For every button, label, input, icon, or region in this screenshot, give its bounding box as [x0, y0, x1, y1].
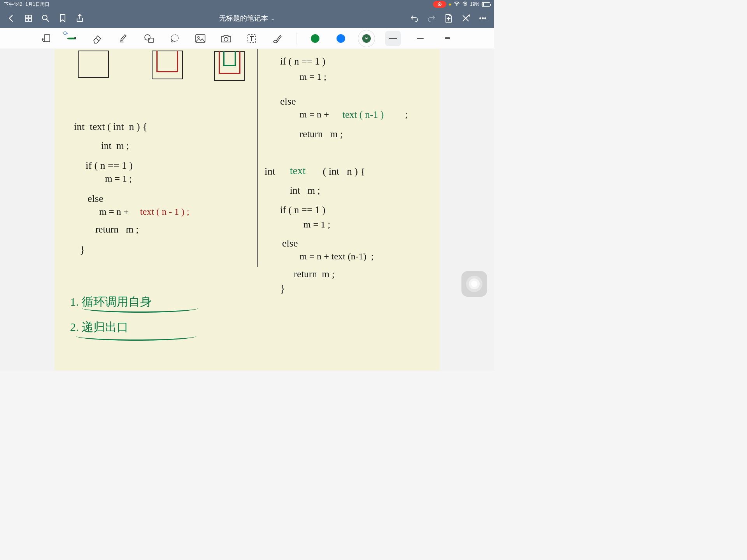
pen-tool[interactable]: ⧃ — [65, 32, 79, 46]
svg-rect-6 — [29, 19, 32, 21]
redo-button[interactable] — [427, 14, 436, 23]
battery-icon — [482, 2, 490, 7]
svg-rect-16 — [196, 35, 205, 42]
svg-point-20 — [274, 40, 277, 43]
handwriting-text: m = 1 ; — [105, 173, 132, 184]
svg-rect-3 — [25, 15, 28, 18]
handwriting-text: if ( n == 1 ) — [280, 205, 325, 215]
svg-point-10 — [485, 18, 486, 19]
handwriting-text: else — [280, 96, 296, 107]
drawn-rectangle — [78, 51, 109, 78]
svg-point-18 — [224, 37, 228, 41]
lasso-tool[interactable] — [168, 32, 182, 46]
handwriting-text: ( int n ) { — [315, 166, 365, 177]
handwriting-text: text ( n - 1 ) ; — [140, 206, 189, 217]
handwriting-text: text ( n-1 ) — [342, 109, 384, 120]
location-dot-icon: ● — [449, 2, 451, 7]
share-button[interactable] — [75, 14, 84, 23]
close-draw-button[interactable] — [461, 14, 470, 23]
notebook-title[interactable]: 无标题的笔记本 ⌄ — [219, 14, 275, 23]
svg-point-15 — [172, 40, 173, 42]
svg-point-8 — [480, 18, 481, 19]
drawn-rectangle-red — [156, 51, 178, 72]
handwriting-text: int m ; — [290, 185, 320, 196]
handwriting-text: m = n + text (n-1) ; — [300, 251, 374, 262]
status-date: 1月1日周日 — [25, 1, 49, 8]
back-button[interactable] — [7, 14, 16, 23]
bookmark-button[interactable] — [58, 14, 67, 23]
note-page[interactable]: int text ( int n ) { int m ; if ( n == 1… — [54, 49, 440, 371]
handwriting-text: text — [290, 165, 306, 177]
drawing-toolbar: ⧃ — [0, 28, 494, 49]
handwriting-text: else — [282, 238, 298, 249]
svg-point-17 — [198, 37, 199, 38]
handwriting-text: } — [280, 282, 285, 295]
svg-point-2 — [456, 5, 457, 6]
underline — [82, 307, 198, 313]
handwriting-text: m = 1 ; — [300, 72, 326, 82]
svg-point-1 — [439, 4, 440, 5]
handwriting-text: if ( n == 1 ) — [86, 160, 133, 172]
color-picker-dropdown[interactable] — [359, 32, 374, 46]
handwriting-note: 2. 递归出口 — [70, 319, 128, 335]
svg-point-7 — [42, 15, 47, 20]
screen-record-indicator[interactable] — [433, 1, 446, 8]
status-time: 下午4:42 — [4, 1, 22, 8]
handwriting-text: return m ; — [95, 224, 139, 235]
title-dropdown-icon: ⌄ — [270, 15, 275, 21]
handwriting-text: m = n + — [300, 109, 331, 120]
svg-rect-13 — [149, 38, 153, 42]
battery-pct: 19% — [470, 2, 479, 7]
eraser-tool[interactable] — [91, 32, 105, 46]
search-button[interactable] — [41, 14, 50, 23]
drawn-vertical-line — [257, 49, 258, 267]
assistive-touch-button[interactable] — [461, 271, 487, 297]
drawn-rectangle-green — [223, 51, 236, 66]
svg-rect-4 — [29, 15, 32, 18]
toolbar-separator — [296, 33, 296, 44]
stroke-thin[interactable] — [385, 31, 401, 46]
undo-button[interactable] — [410, 14, 419, 23]
color-green[interactable] — [308, 32, 322, 46]
svg-rect-11 — [44, 35, 50, 42]
color-blue[interactable] — [334, 32, 348, 46]
stroke-medium[interactable] — [412, 31, 428, 46]
handwriting-text: if ( n == 1 ) — [280, 56, 325, 67]
canvas-area[interactable]: int text ( int n ) { int m ; if ( n == 1… — [0, 49, 494, 371]
svg-rect-5 — [25, 19, 28, 21]
underline — [76, 335, 196, 341]
handwriting-text: int — [265, 166, 280, 177]
handwriting-text: } — [80, 243, 85, 256]
svg-point-9 — [482, 18, 483, 19]
wifi-icon — [454, 2, 460, 7]
laser-pointer-tool[interactable] — [270, 32, 284, 46]
text-tool[interactable] — [245, 32, 259, 46]
stroke-thick[interactable] — [440, 31, 455, 46]
camera-tool[interactable] — [219, 32, 233, 46]
handwriting-text: int m ; — [101, 140, 129, 151]
highlighter-tool[interactable] — [116, 32, 130, 46]
notebook-title-text: 无标题的笔记本 — [219, 14, 268, 23]
handwriting-text: int text ( int n ) { — [74, 121, 147, 133]
orientation-lock-icon — [462, 1, 468, 8]
add-page-button[interactable] — [444, 14, 453, 23]
handwriting-text: m = n + — [99, 206, 131, 217]
more-button[interactable] — [479, 14, 487, 23]
shape-tool[interactable] — [142, 32, 156, 46]
nav-bar: 无标题的笔记本 ⌄ — [0, 9, 494, 28]
doc-convert-tool[interactable] — [39, 32, 53, 46]
grid-view-button[interactable] — [24, 14, 33, 23]
handwriting-text: return m ; — [294, 269, 335, 280]
status-bar: 下午4:42 1月1日周日 ● 19% — [0, 0, 494, 9]
handwriting-text: return m ; — [300, 129, 343, 140]
handwriting-text: ; — [403, 109, 408, 120]
handwriting-text: m = 1 ; — [303, 219, 330, 230]
handwriting-text: else — [88, 193, 103, 205]
image-tool[interactable] — [193, 32, 207, 46]
svg-point-12 — [145, 35, 150, 40]
